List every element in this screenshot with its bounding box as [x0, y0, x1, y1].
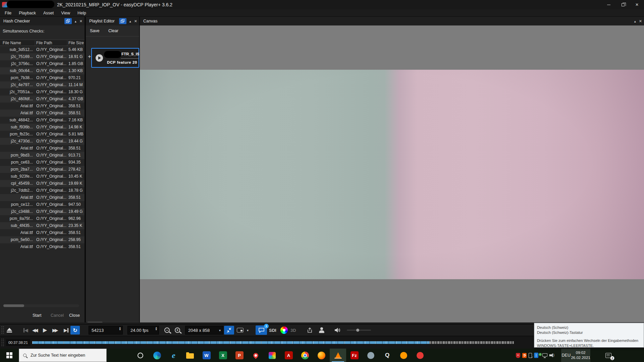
taskbar-excel[interactable]: X [215, 349, 231, 362]
table-row[interactable]: Arial.ttfO:/YY_Original...358.51 [0, 110, 85, 117]
3d-button[interactable]: 3D [290, 328, 296, 333]
taskbar-cortana[interactable] [133, 349, 148, 362]
eject-button[interactable] [7, 328, 12, 333]
column-file-size[interactable]: File Size [68, 41, 84, 45]
resolution-dropdown[interactable]: 2048 x 858▾ [185, 326, 223, 335]
taskbar-photos[interactable] [264, 349, 280, 362]
taskbar-chrome[interactable] [297, 349, 313, 362]
scrollbar-thumb[interactable] [87, 322, 103, 322]
timeline-unbuffered[interactable] [429, 341, 514, 344]
zoom-out-button[interactable]: − [164, 327, 170, 333]
mute-button[interactable] [334, 327, 341, 333]
taskbar-word[interactable]: W [198, 349, 215, 362]
collapse-panel-icon[interactable]: ▴ [129, 19, 131, 23]
color-wheel-button[interactable] [280, 326, 288, 334]
menu-playback[interactable]: Playback [15, 11, 40, 15]
table-row[interactable]: j2c_3756c...O:/YY_Original...1.85 GB [0, 60, 85, 67]
table-row[interactable]: j2c_4730d...O:/YY_Original...19.44 G [0, 138, 85, 145]
close-button[interactable]: ✕ [630, 0, 644, 9]
clear-button[interactable]: Clear [108, 28, 118, 33]
drag-grip[interactable] [1, 326, 4, 335]
fit-to-window-button[interactable] [224, 326, 234, 335]
taskbar-clock[interactable]: 09:02 26.02.2021 [571, 350, 590, 360]
float-panel-icon[interactable] [119, 18, 126, 24]
playlist-item[interactable]: FTR_S_IS- DCP feature 20 [91, 48, 139, 68]
table-row[interactable]: j2c_460fdf...O:/YY_Original...4.37 GB [0, 96, 85, 103]
action-center-button[interactable]: 2 [600, 349, 616, 362]
close-panel-icon[interactable]: ✕ [639, 19, 642, 23]
playlist-editor-panel-header[interactable]: Playlist Editor ▴ ✕ [86, 17, 139, 25]
table-row[interactable]: pcm_7b38...O:/YY_Original...970.21 [0, 74, 85, 81]
column-file-name[interactable]: File Name [3, 41, 21, 45]
start-button[interactable] [0, 349, 19, 362]
table-row[interactable]: Arial.ttfO:/YY_Original...358.51 [0, 145, 85, 152]
taskbar-acrobat[interactable]: A [280, 349, 297, 362]
table-row[interactable]: j2c_75169...O:/YY_Original...18.91 G [0, 53, 85, 60]
canvas-panel-header[interactable]: Canvas ▴ ✕ [140, 17, 644, 25]
spinner-arrows[interactable]: ▴▾ [119, 327, 121, 330]
export-button[interactable] [307, 327, 313, 333]
table-row[interactable]: Arial.ttfO:/YY_Original...358.51 [0, 103, 85, 110]
video-frame[interactable] [140, 70, 644, 279]
play-button[interactable]: ▶ [43, 327, 47, 333]
table-row[interactable]: pcm_fb23c...O:/YY_Original...5.81 MB [0, 131, 85, 138]
table-row[interactable]: Arial.ttfO:/YY_Original...358.51 [0, 229, 85, 236]
save-button[interactable]: Save [90, 28, 100, 33]
language-indicator[interactable]: DEU [561, 353, 571, 358]
frame-number-input[interactable]: 54213 ▴▾ [89, 326, 123, 335]
horizontal-scrollbar[interactable] [3, 304, 79, 307]
annotation-button[interactable]: 1 [256, 325, 267, 335]
skip-to-start-button[interactable]: ◀ [23, 328, 27, 333]
taskbar-app-orange[interactable] [395, 349, 412, 362]
letterbox-button[interactable] [237, 328, 244, 333]
menu-view[interactable]: View [57, 11, 74, 15]
spinner-arrows[interactable]: ▴▾ [155, 327, 157, 330]
collapse-panel-icon[interactable]: ▴ [75, 19, 76, 23]
column-file-path[interactable]: File Path [36, 41, 52, 45]
fps-input[interactable]: 24.00 fps ▴▾ [127, 326, 159, 335]
horizontal-scrollbar[interactable] [86, 322, 139, 322]
taskbar-app-q[interactable]: Q [379, 349, 395, 362]
taskbar-search-input[interactable]: Zur Suche Text hier eingeben [19, 349, 107, 362]
rewind-button[interactable]: ◀◀ [32, 328, 37, 333]
close-panel-icon[interactable]: ✕ [79, 19, 83, 23]
table-row[interactable]: j2c_4e797...O:/YY_Original...11.14 M [0, 81, 85, 88]
menu-asset[interactable]: Asset [40, 11, 57, 15]
taskbar-firefox[interactable] [313, 349, 330, 362]
table-row[interactable]: sub_00c64...O:/YY_Original...1.30 KB [0, 67, 85, 74]
table-row[interactable]: pcm_2ba7...O:/YY_Original...278.42 [0, 166, 85, 173]
table-row[interactable]: Arial.ttfO:/YY_Original...358.51 [0, 243, 85, 250]
usb-tray-icon[interactable] [529, 353, 532, 358]
fast-forward-button[interactable]: ▶▶ [52, 328, 57, 333]
taskbar-app-gray[interactable] [363, 349, 379, 362]
network-tray-icon[interactable] [542, 353, 547, 357]
drag-grip[interactable] [1, 338, 4, 347]
taskbar-app-red[interactable] [412, 349, 428, 362]
sdi-button[interactable]: SDI [269, 328, 276, 333]
volume-slider[interactable] [347, 330, 371, 331]
hash-checker-panel-header[interactable]: Hash Checker ▴ ✕ [0, 17, 85, 25]
close-hash-button[interactable]: Close [69, 313, 80, 318]
taskbar-internet-explorer[interactable]: e [165, 349, 182, 362]
table-row[interactable]: pcm_ce63...O:/YY_Original...934.35 [0, 159, 85, 166]
table-row[interactable]: j2c_c3488...O:/YY_Original...19.49 G [0, 208, 85, 215]
loop-button[interactable]: ↻ [70, 326, 80, 335]
table-row[interactable]: pcm_9bd3...O:/YY_Original...913.71 [0, 152, 85, 159]
canvas-panel[interactable] [140, 25, 644, 322]
user-button[interactable] [319, 327, 325, 333]
table-row[interactable]: pcm_ce12...O:/YY_Original...947.50 [0, 201, 85, 208]
minimize-button[interactable] [602, 0, 616, 9]
table-row[interactable]: sub_4f435...O:/YY_Original...23.35 K [0, 222, 85, 229]
table-row[interactable]: pcm_8a75f...O:/YY_Original...962.96 [0, 215, 85, 222]
taskbar-map-pin[interactable] [248, 349, 264, 362]
table-row[interactable]: sub_46842...O:/YY_Original...7.16 KB [0, 117, 85, 124]
menu-help[interactable]: Help [74, 11, 90, 15]
table-row[interactable]: sub_f936b...O:/YY_Original...14.98 K [0, 124, 85, 131]
cancel-button[interactable]: Cancel [51, 313, 64, 318]
timeline-progress[interactable] [32, 341, 429, 344]
volume-tray-icon[interactable]: ) [549, 353, 555, 357]
menu-file[interactable]: File [3, 11, 15, 15]
taskbar-filezilla[interactable]: Fz [346, 349, 363, 362]
taskbar-vlc[interactable] [330, 349, 346, 362]
table-row[interactable]: pcm_5e50...O:/YY_Original...258.95 [0, 236, 85, 243]
